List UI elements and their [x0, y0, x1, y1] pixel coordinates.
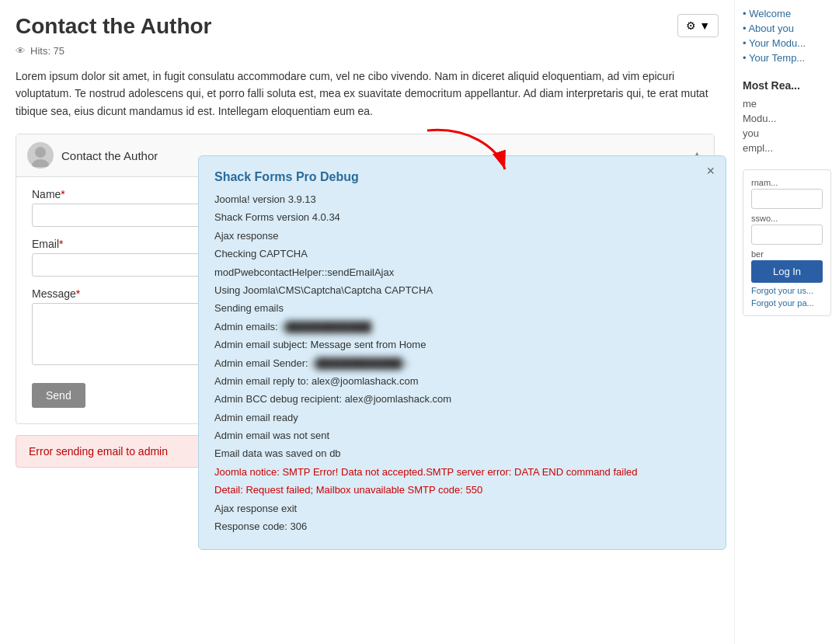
- gear-icon: ⚙: [686, 19, 696, 32]
- hits-count: Hits: 75: [30, 45, 64, 57]
- eye-icon: 👁: [16, 45, 26, 57]
- most-read-item-3: you: [743, 127, 831, 139]
- debug-line-7: Sending emails: [214, 299, 710, 317]
- most-read-list: me Modu... you empl...: [743, 98, 831, 154]
- debug-line-12: Admin BCC debug recipient: alex@joomlash…: [214, 390, 710, 408]
- admin-email-redacted: s████████████: [280, 318, 371, 336]
- form-header-title: Contact the Author: [61, 149, 158, 162]
- sidebar-nav-item-module[interactable]: • Your Modu...: [743, 37, 831, 49]
- avatar: [27, 142, 54, 169]
- most-read-title: Most Rea...: [743, 79, 831, 92]
- debug-line-5: modPwebcontactHelper::sendEmailAjax: [214, 263, 710, 281]
- username-label: rnam...: [751, 178, 823, 187]
- dropdown-arrow-icon: ▼: [699, 19, 710, 32]
- debug-line-3: Ajax response: [214, 227, 710, 245]
- hits-line: 👁 Hits: 75: [16, 45, 719, 57]
- remember-label: ber: [751, 249, 823, 259]
- forgot-password-link[interactable]: Forgot your pa...: [751, 298, 823, 308]
- main-content: ⚙ ▼ Contact the Author 👁 Hits: 75 Lorem …: [0, 0, 734, 644]
- password-input[interactable]: [751, 225, 823, 245]
- debug-line-6: Using Joomla\CMS\Captcha\Captcha CAPTCHA: [214, 281, 710, 299]
- debug-line-11: Admin email reply to: alex@joomlashack.c…: [214, 372, 710, 390]
- debug-line-16: Joomla notice: SMTP Error! Data not acce…: [214, 463, 710, 481]
- sidebar-nav-link-about[interactable]: • About you: [743, 23, 794, 34]
- sender-email-redacted: s████████████n: [311, 354, 407, 372]
- sidebar-nav: • Welcome • About you • Your Modu... • Y…: [743, 8, 831, 64]
- sidebar-nav-item-template[interactable]: • Your Temp...: [743, 52, 831, 64]
- debug-line-18: Ajax response exit: [214, 500, 710, 517]
- sidebar-nav-link-template[interactable]: • Your Temp...: [743, 52, 805, 64]
- debug-close-button[interactable]: ×: [706, 164, 715, 178]
- sidebar-nav-link-welcome[interactable]: • Welcome: [743, 8, 791, 19]
- debug-line-10: Admin email Sender: s████████████n: [214, 354, 710, 372]
- sidebar-nav-item-about[interactable]: • About you: [743, 23, 831, 34]
- password-label: sswo...: [751, 214, 823, 223]
- most-read-item-4: empl...: [743, 142, 831, 154]
- sidebar: • Welcome • About you • Your Modu... • Y…: [734, 0, 839, 644]
- username-input[interactable]: [751, 189, 823, 209]
- debug-popup: × Shack Forms Pro Debug Joomla! version …: [198, 155, 726, 550]
- login-button[interactable]: Log In: [751, 260, 823, 283]
- svg-point-1: [32, 159, 49, 167]
- sidebar-nav-link-module[interactable]: • Your Modu...: [743, 37, 806, 49]
- forgot-username-link[interactable]: Forgot your us...: [751, 286, 823, 295]
- debug-line-2: Shack Forms version 4.0.34: [214, 208, 710, 226]
- debug-popup-title: Shack Forms Pro Debug: [214, 170, 710, 184]
- message-required-star: *: [76, 287, 80, 300]
- gear-settings-button[interactable]: ⚙ ▼: [677, 14, 719, 37]
- debug-line-19: Response code: 306: [214, 517, 710, 535]
- debug-line-9: Admin email subject: Message sent from H…: [214, 336, 710, 353]
- name-required-star: *: [61, 188, 64, 200]
- send-button[interactable]: Send: [32, 383, 85, 408]
- debug-lines-container: Joomla! version 3.9.13 Shack Forms versi…: [214, 190, 710, 535]
- most-read-item-1: me: [743, 98, 831, 110]
- debug-line-8: Admin emails: s████████████: [214, 318, 710, 336]
- debug-line-13: Admin email ready: [214, 409, 710, 426]
- debug-line-17: Detail: Request failed; Mailbox unavaila…: [214, 481, 710, 499]
- debug-line-14: Admin email was not sent: [214, 426, 710, 444]
- intro-text: Lorem ipsum dolor sit amet, in fugit con…: [16, 68, 719, 120]
- debug-line-15: Email data was saved on db: [214, 444, 710, 462]
- debug-line-4: Checking CAPTCHA: [214, 245, 710, 263]
- most-read-item-2: Modu...: [743, 113, 831, 124]
- email-required-star: *: [59, 238, 63, 250]
- svg-point-0: [35, 147, 46, 158]
- page-title: Contact the Author: [16, 14, 719, 39]
- sidebar-nav-item-welcome[interactable]: • Welcome: [743, 8, 831, 19]
- login-box: rnam... sswo... ber Log In Forgot your u…: [743, 169, 831, 316]
- debug-line-1: Joomla! version 3.9.13: [214, 190, 710, 208]
